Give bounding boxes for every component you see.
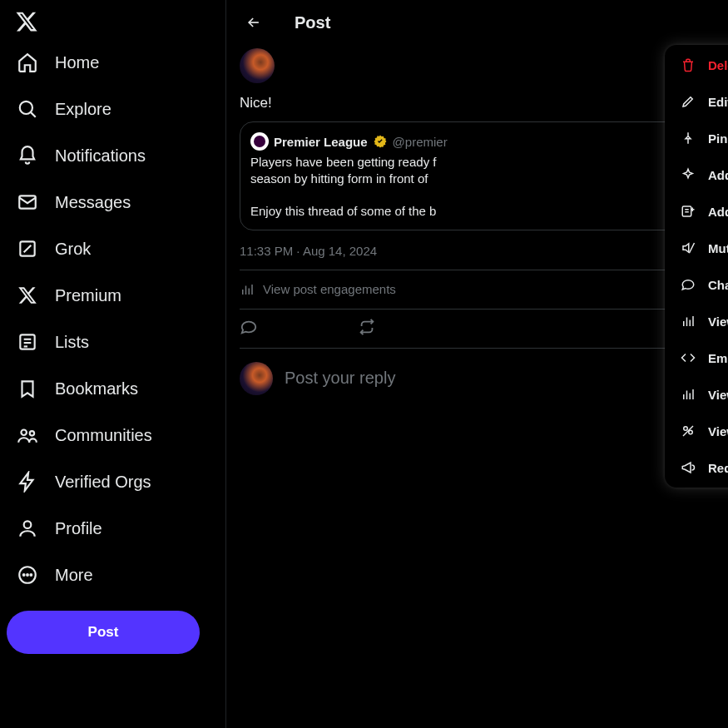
page-header: Post bbox=[226, 0, 728, 45]
grok-icon bbox=[17, 238, 38, 260]
quoted-line: Enjoy this thread of some of the b bbox=[250, 203, 704, 220]
bell-icon bbox=[17, 145, 38, 166]
analytics-icon bbox=[240, 282, 255, 297]
nav-premium[interactable]: Premium bbox=[7, 275, 219, 316]
current-user-avatar bbox=[240, 362, 273, 395]
svg-line-4 bbox=[24, 245, 32, 253]
menu-view-engagements[interactable]: View post engagements bbox=[665, 303, 728, 339]
menu-label: Pin to your profile bbox=[708, 131, 728, 146]
quoted-line: Players have been getting ready f bbox=[250, 155, 436, 169]
menu-label: Edit post bbox=[708, 95, 728, 109]
nav-notifications[interactable]: Notifications bbox=[7, 135, 219, 176]
main-column: Post Nice! Premier League @premier Playe… bbox=[226, 0, 728, 728]
post-options-menu: Delete Edit post Pin to your profile Add… bbox=[665, 45, 728, 488]
sidebar: Home Explore Notifications Messages Grok… bbox=[0, 0, 226, 728]
author-avatar[interactable] bbox=[240, 48, 275, 83]
menu-label: Embed post bbox=[708, 351, 728, 365]
svg-point-13 bbox=[23, 574, 25, 576]
nav-label: Verified Orgs bbox=[55, 473, 151, 492]
menu-highlights[interactable]: Add/remove from Highlights bbox=[665, 156, 728, 193]
nav-label: More bbox=[55, 566, 93, 585]
menu-delete[interactable]: Delete bbox=[665, 47, 728, 83]
nav-explore[interactable]: Explore bbox=[7, 88, 219, 130]
svg-line-1 bbox=[31, 112, 36, 117]
nav-verified-orgs[interactable]: Verified Orgs bbox=[7, 461, 219, 503]
nav-label: Grok bbox=[55, 240, 91, 259]
post-actions bbox=[240, 309, 715, 349]
sparkle-icon bbox=[680, 166, 696, 183]
nav-label: Premium bbox=[55, 286, 121, 305]
quoted-avatar bbox=[250, 132, 269, 151]
post-timestamp[interactable]: 11:33 PM · Aug 14, 2024 bbox=[240, 244, 715, 258]
compose-post-button[interactable]: Post bbox=[7, 611, 200, 654]
nav-profile[interactable]: Profile bbox=[7, 508, 219, 549]
svg-point-0 bbox=[20, 102, 32, 114]
lightning-icon bbox=[17, 471, 38, 493]
view-engagements-link[interactable]: View post engagements bbox=[240, 270, 715, 309]
svg-point-36 bbox=[689, 430, 693, 434]
nav-lists[interactable]: Lists bbox=[7, 321, 219, 363]
reply-button[interactable] bbox=[240, 318, 258, 336]
nav-more[interactable]: More bbox=[7, 554, 219, 596]
menu-label: View hidden replies bbox=[708, 424, 728, 438]
search-icon bbox=[17, 98, 38, 120]
menu-label: Change who can reply bbox=[708, 278, 728, 292]
nav-label: Profile bbox=[55, 519, 102, 538]
menu-mute[interactable]: Mute this conversation bbox=[665, 230, 728, 266]
nav-messages[interactable]: Messages bbox=[7, 181, 219, 223]
chart-icon bbox=[680, 313, 696, 329]
menu-community-note[interactable]: Request Community Note bbox=[665, 449, 728, 486]
nav-label: Lists bbox=[55, 333, 89, 352]
nav-label: Bookmarks bbox=[55, 379, 138, 399]
quoted-post[interactable]: Premier League @premier Players have bee… bbox=[240, 121, 715, 230]
nav-label: Explore bbox=[55, 100, 111, 119]
profile-icon bbox=[17, 518, 38, 539]
quoted-author-name: Premier League bbox=[274, 135, 368, 149]
menu-label: Mute this conversation bbox=[708, 241, 728, 255]
menu-label: View post engagements bbox=[708, 314, 728, 329]
nav-label: Communities bbox=[55, 426, 152, 445]
nav-label: Notifications bbox=[55, 146, 146, 166]
repost-button[interactable] bbox=[358, 318, 376, 336]
svg-point-15 bbox=[30, 574, 32, 576]
trash-icon bbox=[680, 57, 696, 73]
verified-badge-icon bbox=[373, 134, 388, 149]
reply-settings-icon bbox=[680, 276, 696, 293]
menu-analytics[interactable]: View post analytics bbox=[665, 376, 728, 413]
more-icon bbox=[17, 564, 38, 586]
menu-change-reply[interactable]: Change who can reply bbox=[665, 266, 728, 303]
list-icon bbox=[17, 331, 38, 353]
quoted-body: Players have been getting ready fseason … bbox=[250, 154, 704, 220]
menu-hidden-replies[interactable]: View hidden replies bbox=[665, 413, 728, 449]
menu-label: Add/remove from Highlights bbox=[708, 168, 728, 182]
engagements-label: View post engagements bbox=[263, 282, 396, 296]
nav-label: Messages bbox=[55, 193, 131, 212]
x-icon bbox=[17, 285, 38, 306]
communities-icon bbox=[17, 424, 38, 446]
reply-composer[interactable]: Post your reply bbox=[240, 349, 715, 409]
nav-communities[interactable]: Communities bbox=[7, 414, 219, 456]
menu-pin[interactable]: Pin to your profile bbox=[665, 120, 728, 156]
menu-label: Add/remove @AdamJ242 from Lists bbox=[708, 205, 728, 219]
logo[interactable] bbox=[7, 3, 219, 40]
nav-grok[interactable]: Grok bbox=[7, 228, 219, 270]
pin-icon bbox=[680, 130, 696, 146]
svg-point-14 bbox=[27, 574, 28, 576]
nav-home[interactable]: Home bbox=[7, 42, 219, 83]
menu-edit-post[interactable]: Edit post bbox=[665, 83, 728, 120]
x-logo-icon bbox=[15, 10, 38, 33]
svg-line-26 bbox=[690, 243, 695, 253]
quoted-line: season by hitting form in front of bbox=[250, 171, 428, 186]
reply-input[interactable]: Post your reply bbox=[285, 369, 395, 388]
mail-icon bbox=[17, 191, 38, 213]
svg-point-35 bbox=[684, 427, 688, 431]
home-icon bbox=[17, 52, 38, 73]
back-button[interactable] bbox=[240, 8, 268, 37]
svg-point-9 bbox=[21, 430, 27, 436]
hidden-icon bbox=[680, 423, 696, 439]
menu-embed[interactable]: Embed post bbox=[665, 339, 728, 376]
list-add-icon bbox=[680, 203, 696, 220]
menu-lists[interactable]: Add/remove @AdamJ242 from Lists bbox=[665, 193, 728, 230]
menu-label: Delete bbox=[708, 58, 728, 72]
nav-bookmarks[interactable]: Bookmarks bbox=[7, 368, 219, 409]
